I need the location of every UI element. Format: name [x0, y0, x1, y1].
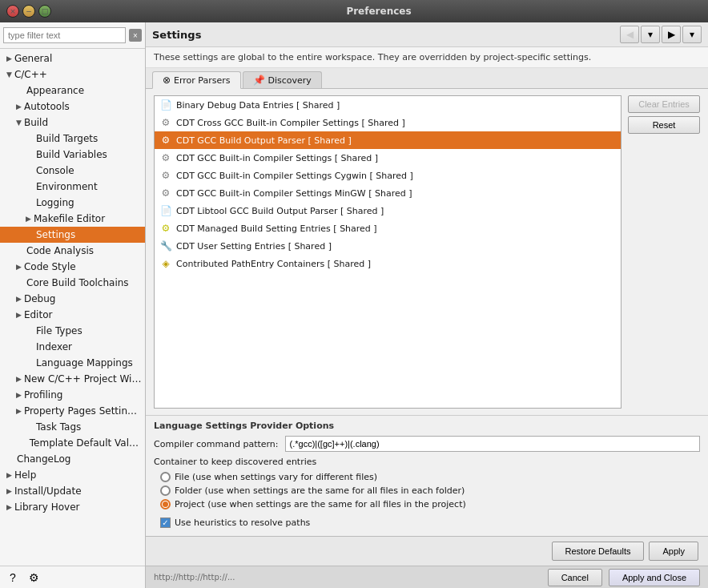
- settings-button[interactable]: ⚙: [26, 570, 42, 586]
- sidebar-item-profiling[interactable]: ▶Profiling: [0, 387, 145, 403]
- sidebar-item-build-variables[interactable]: Build Variables: [0, 147, 145, 163]
- entry-item-4[interactable]: ⚙CDT GCC Built-in Compiler Settings [ Sh…: [155, 149, 621, 167]
- sidebar-label-logging: Logging: [36, 197, 74, 208]
- tree-arrow-general: ▶: [6, 54, 12, 62]
- compiler-row: Compiler command pattern:: [154, 436, 700, 452]
- entry-item-3[interactable]: ⚙CDT GCC Build Output Parser [ Shared ]: [155, 131, 621, 149]
- nav-buttons: ◀ ▾ ▶ ▾: [620, 26, 702, 43]
- tab-error-parsers[interactable]: ⊗Error Parsers: [152, 71, 241, 89]
- sidebar-item-code-style[interactable]: ▶Code Style: [0, 259, 145, 275]
- status-bar: http://http://http://... Cancel Apply an…: [146, 566, 708, 588]
- radio-folder[interactable]: [160, 485, 171, 496]
- sidebar-item-library-hover[interactable]: ▶Library Hover: [0, 499, 145, 515]
- entry-icon-7: 📄: [159, 204, 172, 217]
- sidebar-label-code-analysis: Code Analysis: [26, 245, 94, 256]
- nav-forward-dropdown[interactable]: ▾: [682, 26, 702, 43]
- search-input[interactable]: [3, 27, 126, 43]
- sidebar-item-editor[interactable]: ▶Editor: [0, 307, 145, 323]
- nav-back-dropdown[interactable]: ▾: [641, 26, 660, 43]
- compiler-input[interactable]: [285, 436, 700, 452]
- radio-row-folder[interactable]: Folder (use when settings are the same f…: [154, 484, 700, 497]
- entry-label-7: CDT Libtool GCC Build Output Parser [ Sh…: [176, 206, 384, 216]
- entry-label-10: Contributed PathEntry Containers [ Share…: [176, 259, 371, 269]
- sidebar-item-file-types[interactable]: File Types: [0, 323, 145, 339]
- sidebar-item-property-pages[interactable]: ▶Property Pages Settin…: [0, 403, 145, 419]
- sidebar-item-logging[interactable]: Logging: [0, 195, 145, 211]
- sidebar-item-changelog[interactable]: ChangeLog: [0, 451, 145, 467]
- sidebar-label-editor: Editor: [24, 309, 53, 320]
- entry-item-6[interactable]: ⚙CDT GCC Built-in Compiler Settings MinG…: [155, 184, 621, 202]
- maximize-button[interactable]: □: [38, 5, 51, 18]
- heuristics-checkbox[interactable]: [160, 518, 171, 528]
- sidebar-item-build[interactable]: ▼Build: [0, 115, 145, 131]
- entry-item-2[interactable]: ⚙CDT Cross GCC Built-in Compiler Setting…: [155, 114, 621, 131]
- sidebar-item-environment[interactable]: Environment: [0, 179, 145, 195]
- radio-row-file[interactable]: File (use when settings vary for differe…: [154, 470, 700, 484]
- lang-settings: Language Settings Provider Options Compi…: [146, 415, 708, 536]
- compiler-label: Compiler command pattern:: [154, 439, 279, 449]
- tree-arrow-library-hover: ▶: [6, 503, 12, 511]
- apply-close-button[interactable]: Apply and Close: [609, 569, 700, 586]
- tab-discovery[interactable]: 📌Discovery: [243, 71, 322, 88]
- tree-arrow-install-update: ▶: [6, 487, 12, 495]
- sidebar-item-install-update[interactable]: ▶Install/Update: [0, 483, 145, 499]
- reset-button[interactable]: Reset: [628, 116, 700, 134]
- help-button[interactable]: ?: [5, 570, 21, 586]
- entry-icon-8: ⚙: [159, 222, 172, 235]
- entry-item-9[interactable]: 🔧CDT User Setting Entries [ Shared ]: [155, 237, 621, 255]
- entry-icon-9: 🔧: [159, 240, 172, 252]
- close-button[interactable]: ×: [6, 5, 19, 18]
- sidebar-item-task-tags[interactable]: Task Tags: [0, 419, 145, 435]
- sidebar-item-debug[interactable]: ▶Debug: [0, 291, 145, 307]
- nav-back-button[interactable]: ◀: [620, 26, 639, 43]
- heuristics-label: Use heuristics to resolve paths: [175, 518, 310, 528]
- sidebar-item-new-cpp-project[interactable]: ▶New C/C++ Project Wi…: [0, 371, 145, 387]
- sidebar-item-cpp[interactable]: ▼C/C++: [0, 66, 145, 83]
- main-container: × ▶General▼C/C++Appearance▶Autotools▼Bui…: [0, 22, 708, 588]
- sidebar-label-profiling: Profiling: [24, 389, 63, 401]
- sidebar-item-general[interactable]: ▶General: [0, 50, 145, 66]
- sidebar-item-build-targets[interactable]: Build Targets: [0, 131, 145, 147]
- search-clear-button[interactable]: ×: [129, 29, 142, 42]
- sidebar-item-language-mappings[interactable]: Language Mappings: [0, 355, 145, 371]
- radio-label-project: Project (use when settings are the same …: [175, 499, 466, 509]
- clear-entries-button[interactable]: Clear Entries: [628, 95, 700, 113]
- sidebar-item-indexer[interactable]: Indexer: [0, 339, 145, 355]
- entry-item-8[interactable]: ⚙CDT Managed Build Setting Entries [ Sha…: [155, 219, 621, 237]
- apply-button[interactable]: Apply: [649, 542, 698, 561]
- content-body: 📄Binary Debug Data Entries [ Shared ]⚙CD…: [146, 89, 708, 415]
- sidebar-item-makefile-editor[interactable]: ▶Makefile Editor: [0, 211, 145, 227]
- sidebar-item-settings[interactable]: Settings: [0, 227, 145, 243]
- radio-label-file: File (use when settings vary for differe…: [175, 472, 377, 482]
- entry-item-10[interactable]: ◈Contributed PathEntry Containers [ Shar…: [155, 255, 621, 272]
- sidebar-label-install-update: Install/Update: [14, 485, 82, 497]
- radio-row-project[interactable]: Project (use when settings are the same …: [154, 497, 700, 511]
- sidebar-item-autotools[interactable]: ▶Autotools: [0, 99, 145, 115]
- radio-project[interactable]: [160, 499, 171, 509]
- entry-item-7[interactable]: 📄CDT Libtool GCC Build Output Parser [ S…: [155, 202, 621, 219]
- sidebar-item-appearance[interactable]: Appearance: [0, 83, 145, 99]
- entry-label-5: CDT GCC Built-in Compiler Settings Cygwi…: [176, 171, 413, 181]
- minimize-button[interactable]: −: [22, 5, 35, 18]
- radio-file[interactable]: [160, 472, 171, 482]
- tree-arrow-property-pages: ▶: [16, 407, 22, 415]
- nav-forward-button[interactable]: ▶: [662, 26, 681, 43]
- entry-icon-5: ⚙: [159, 169, 172, 182]
- sidebar: × ▶General▼C/C++Appearance▶Autotools▼Bui…: [0, 22, 146, 588]
- sidebar-label-appearance: Appearance: [26, 85, 84, 96]
- discovery-icon: 📌: [253, 75, 265, 86]
- sidebar-item-code-analysis[interactable]: Code Analysis: [0, 243, 145, 259]
- cancel-button[interactable]: Cancel: [548, 569, 602, 586]
- sidebar-item-help[interactable]: ▶Help: [0, 467, 145, 483]
- sidebar-item-core-build-toolchains[interactable]: Core Build Toolchains: [0, 275, 145, 291]
- sidebar-label-console: Console: [36, 165, 74, 176]
- heuristics-row[interactable]: Use heuristics to resolve paths: [154, 514, 700, 531]
- sidebar-label-changelog: ChangeLog: [17, 453, 70, 465]
- sidebar-label-makefile-editor: Makefile Editor: [34, 213, 105, 224]
- entry-item-5[interactable]: ⚙CDT GCC Built-in Compiler Settings Cygw…: [155, 167, 621, 184]
- entry-item-1[interactable]: 📄Binary Debug Data Entries [ Shared ]: [155, 96, 621, 114]
- sidebar-item-template-default[interactable]: Template Default Val…: [0, 435, 145, 451]
- sidebar-item-console[interactable]: Console: [0, 163, 145, 179]
- entry-label-1: Binary Debug Data Entries [ Shared ]: [176, 100, 340, 111]
- restore-defaults-button[interactable]: Restore Defaults: [552, 542, 645, 561]
